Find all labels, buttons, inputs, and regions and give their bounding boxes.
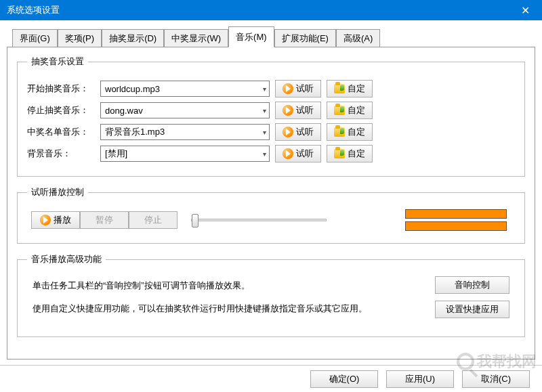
preview-button-stop[interactable]: 试听 bbox=[275, 102, 321, 119]
custom-button-bg[interactable]: 自定 bbox=[327, 145, 373, 162]
chevron-down-icon: ▾ bbox=[263, 150, 266, 158]
group-playback-legend: 试听播放控制 bbox=[27, 186, 88, 198]
chevron-down-icon: ▾ bbox=[263, 85, 266, 93]
preview-button-start[interactable]: 试听 bbox=[275, 80, 321, 97]
group-advanced-legend: 音乐播放高级功能 bbox=[27, 253, 106, 265]
combo-winners-music[interactable]: 背景音乐1.mp3 ▾ bbox=[100, 124, 270, 140]
group-draw-music-legend: 抽奖音乐设置 bbox=[27, 56, 88, 68]
combo-winners-music-value: 背景音乐1.mp3 bbox=[105, 126, 165, 138]
combo-bg-music-value: [禁用] bbox=[105, 148, 127, 160]
label-bg-music: 背景音乐： bbox=[27, 148, 95, 160]
tab-draw-display[interactable]: 抽奖显示(D) bbox=[102, 29, 164, 47]
folder-icon bbox=[334, 127, 345, 137]
progress-slider[interactable] bbox=[191, 219, 327, 221]
play-icon bbox=[283, 83, 293, 94]
slider-thumb[interactable] bbox=[192, 214, 199, 227]
ok-button[interactable]: 确定(O) bbox=[310, 370, 378, 388]
dialog-footer: 确定(O) 应用(U) 取消(C) bbox=[0, 365, 542, 392]
tab-win-display[interactable]: 中奖显示(W) bbox=[164, 29, 228, 47]
custom-button-stop[interactable]: 自定 bbox=[327, 102, 373, 119]
tab-interface[interactable]: 界面(G) bbox=[12, 29, 58, 47]
pause-button[interactable]: 暂停 bbox=[80, 211, 129, 229]
sound-control-button[interactable]: 音响控制 bbox=[435, 276, 509, 294]
stop-button[interactable]: 停止 bbox=[129, 211, 178, 229]
play-icon bbox=[283, 127, 293, 137]
combo-stop-music-value: dong.wav bbox=[105, 106, 143, 116]
folder-icon bbox=[334, 84, 345, 93]
combo-start-music[interactable]: worldcup.mp3 ▾ bbox=[100, 81, 270, 97]
preview-button-winners[interactable]: 试听 bbox=[275, 123, 321, 141]
tab-music[interactable]: 音乐(M) bbox=[228, 26, 274, 47]
advanced-text-2: 使用自定义快捷应用功能，可以在抽奖软件运行时用快捷键播放指定音乐或其它应用。 bbox=[33, 302, 367, 315]
label-winners-music: 中奖名单音乐： bbox=[27, 126, 95, 138]
chevron-down-icon: ▾ bbox=[263, 107, 266, 114]
shortcut-setup-button[interactable]: 设置快捷应用 bbox=[435, 301, 509, 318]
play-icon bbox=[283, 105, 293, 116]
chevron-down-icon: ▾ bbox=[263, 129, 266, 136]
custom-button-winners[interactable]: 自定 bbox=[327, 123, 373, 141]
play-icon bbox=[283, 148, 293, 159]
tab-extensions[interactable]: 扩展功能(E) bbox=[274, 29, 336, 47]
advanced-text-1: 单击任务工具栏的“音响控制”按钮可调节音响播放效果。 bbox=[33, 279, 367, 292]
cancel-button[interactable]: 取消(C) bbox=[462, 370, 530, 388]
level-bar-left bbox=[405, 209, 507, 219]
tab-prizes[interactable]: 奖项(P) bbox=[58, 29, 102, 47]
folder-icon bbox=[334, 149, 345, 158]
group-advanced-music: 音乐播放高级功能 单击任务工具栏的“音响控制”按钮可调节音响播放效果。 使用自定… bbox=[17, 253, 525, 337]
play-button[interactable]: 播放 bbox=[31, 211, 80, 229]
combo-stop-music[interactable]: dong.wav ▾ bbox=[100, 102, 270, 118]
apply-button[interactable]: 应用(U) bbox=[386, 370, 454, 388]
title-bar: 系统选项设置 ✕ bbox=[0, 0, 542, 20]
close-icon[interactable]: ✕ bbox=[515, 4, 535, 17]
window-title: 系统选项设置 bbox=[7, 4, 60, 16]
group-playback-control: 试听播放控制 播放 暂停 停止 bbox=[17, 186, 525, 244]
combo-bg-music[interactable]: [禁用] ▾ bbox=[100, 146, 270, 162]
custom-button-start[interactable]: 自定 bbox=[327, 80, 373, 97]
combo-start-music-value: worldcup.mp3 bbox=[105, 84, 160, 94]
tab-advanced[interactable]: 高级(A) bbox=[336, 29, 380, 47]
level-meter bbox=[405, 209, 507, 231]
label-stop-music: 停止抽奖音乐： bbox=[27, 104, 95, 116]
preview-button-bg[interactable]: 试听 bbox=[275, 145, 321, 162]
folder-icon bbox=[334, 106, 345, 115]
group-draw-music: 抽奖音乐设置 开始抽奖音乐： worldcup.mp3 ▾ 试听 自定 停止抽奖… bbox=[17, 56, 525, 177]
play-icon bbox=[40, 215, 51, 225]
label-start-music: 开始抽奖音乐： bbox=[27, 83, 95, 95]
level-bar-right bbox=[405, 221, 507, 231]
tab-panel: 抽奖音乐设置 开始抽奖音乐： worldcup.mp3 ▾ 试听 自定 停止抽奖… bbox=[7, 47, 535, 360]
tab-strip: 界面(G) 奖项(P) 抽奖显示(D) 中奖显示(W) 音乐(M) 扩展功能(E… bbox=[12, 26, 535, 47]
